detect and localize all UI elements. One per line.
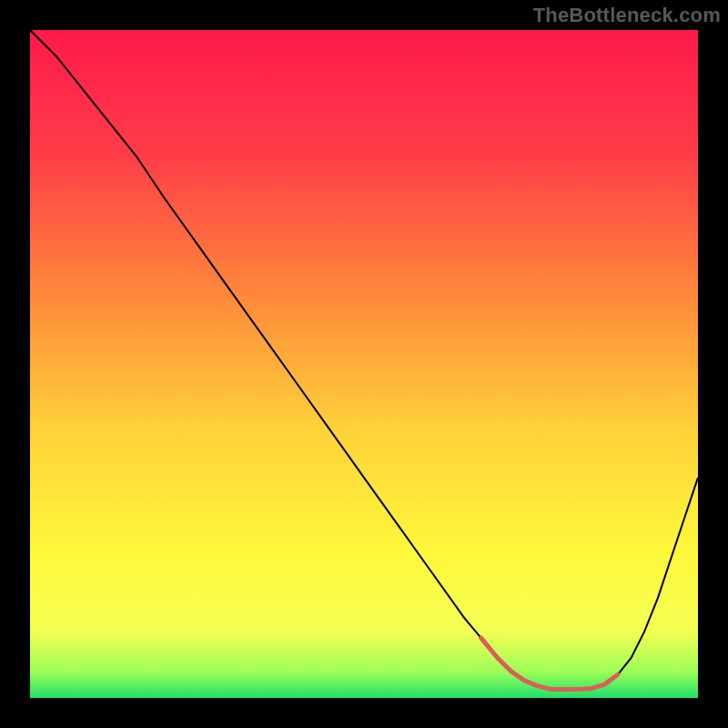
chart-frame: TheBottleneck.com [0, 0, 728, 728]
gradient-background [30, 30, 698, 698]
watermark-text: TheBottleneck.com [533, 4, 721, 27]
bottleneck-chart [30, 30, 698, 698]
plot-area [30, 30, 698, 698]
